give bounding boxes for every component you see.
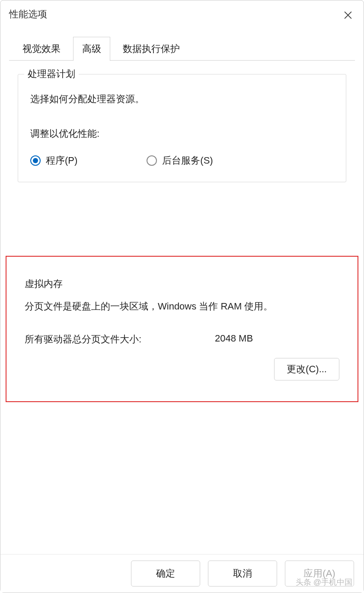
tab-content-advanced: 处理器计划 选择如何分配处理器资源。 调整以优化性能: 程序(P) 后台服务(S… xyxy=(0,61,364,593)
tab-divider xyxy=(9,60,355,61)
virtual-memory-group: 虚拟内存 分页文件是硬盘上的一块区域，Windows 当作 RAM 使用。 所有… xyxy=(9,266,355,392)
window-title: 性能选项 xyxy=(9,8,47,21)
apply-button: 应用(A) xyxy=(285,561,354,587)
adjust-label: 调整以优化性能: xyxy=(30,127,334,140)
tab-advanced[interactable]: 高级 xyxy=(73,37,110,61)
ok-button[interactable]: 确定 xyxy=(131,561,200,587)
vm-group-title: 虚拟内存 xyxy=(25,277,344,290)
cancel-button[interactable]: 取消 xyxy=(208,561,277,587)
tab-strip: 视觉效果 高级 数据执行保护 xyxy=(0,37,364,61)
radio-background-label: 后台服务(S) xyxy=(162,154,213,167)
tab-visual-effects[interactable]: 视觉效果 xyxy=(13,37,70,61)
change-button[interactable]: 更改(C)... xyxy=(274,358,339,380)
processor-description: 选择如何分配处理器资源。 xyxy=(30,93,334,106)
radio-dot-icon xyxy=(33,158,38,163)
close-icon xyxy=(344,11,352,19)
dialog-button-bar: 确定 取消 应用(A) xyxy=(0,554,364,593)
tab-dep[interactable]: 数据执行保护 xyxy=(114,37,189,61)
highlight-annotation: 虚拟内存 分页文件是硬盘上的一块区域，Windows 当作 RAM 使用。 所有… xyxy=(6,256,358,402)
performance-options-dialog: 性能选项 视觉效果 高级 数据执行保护 处理器计划 选择如何分配处理器资源。 调… xyxy=(0,0,364,593)
radio-background-services[interactable]: 后台服务(S) xyxy=(147,154,213,167)
close-button[interactable] xyxy=(340,7,356,23)
processor-radio-group: 程序(P) 后台服务(S) xyxy=(30,154,334,167)
vm-size-row: 所有驱动器总分页文件大小: 2048 MB xyxy=(25,333,344,346)
titlebar: 性能选项 xyxy=(0,0,364,28)
radio-icon xyxy=(147,155,157,166)
vm-description: 分页文件是硬盘上的一块区域，Windows 当作 RAM 使用。 xyxy=(25,300,344,313)
processor-scheduling-group: 处理器计划 选择如何分配处理器资源。 调整以优化性能: 程序(P) 后台服务(S… xyxy=(18,74,346,182)
radio-programs-label: 程序(P) xyxy=(46,154,77,167)
radio-programs[interactable]: 程序(P) xyxy=(30,154,77,167)
vm-size-label: 所有驱动器总分页文件大小: xyxy=(25,333,215,346)
vm-size-value: 2048 MB xyxy=(215,333,344,346)
radio-icon xyxy=(30,155,41,166)
processor-group-title: 处理器计划 xyxy=(24,68,79,81)
